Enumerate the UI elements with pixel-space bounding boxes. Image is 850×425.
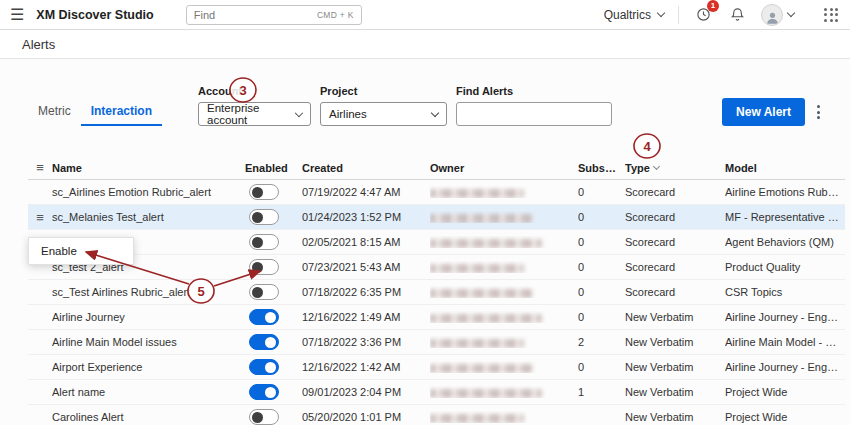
- table-row[interactable]: Airline Main Model issues07/18/2022 3:36…: [28, 330, 845, 355]
- table-menu-icon[interactable]: ≡: [28, 160, 52, 175]
- menu-icon[interactable]: ☰: [10, 7, 24, 23]
- more-options-icon[interactable]: [815, 101, 822, 123]
- account-label: Account: [198, 85, 311, 97]
- alert-name[interactable]: sc_Melanies Test_alert: [52, 211, 245, 223]
- account-select-value: Enterprise account: [207, 102, 296, 126]
- alert-name[interactable]: Airline Main Model issues: [52, 336, 245, 348]
- owner-redacted: [430, 314, 542, 323]
- table-row[interactable]: Carolines Alert05/20/2020 1:01 PMNew Ver…: [28, 405, 845, 425]
- alert-type: New Verbatim: [625, 311, 725, 323]
- table-row[interactable]: 02/05/2021 8:15 AM0ScorecardAgent Behavi…: [28, 230, 845, 255]
- alert-type: Scorecard: [625, 236, 725, 248]
- account-select[interactable]: Enterprise account: [198, 102, 311, 126]
- subscribers-count: 2: [578, 336, 625, 348]
- table-row[interactable]: Alert name09/01/2023 2:04 PM1New Verbati…: [28, 380, 845, 405]
- notification-badge: 1: [707, 0, 719, 12]
- alert-name[interactable]: Airport Experience: [52, 361, 245, 373]
- subscribers-count: 0: [578, 211, 625, 223]
- subscribers-count: 0: [578, 261, 625, 273]
- org-dropdown[interactable]: Qualtrics: [604, 8, 664, 22]
- owner-cell: [430, 386, 578, 398]
- project-select-value: Airlines: [329, 108, 367, 120]
- alert-name[interactable]: Alert name: [52, 386, 245, 398]
- alert-name[interactable]: Airline Journey: [52, 311, 245, 323]
- enabled-toggle[interactable]: [249, 359, 279, 375]
- enabled-cell: [245, 334, 302, 350]
- subscribers-count: 0: [578, 236, 625, 248]
- find-alerts-label: Find Alerts: [456, 85, 612, 97]
- owner-redacted: [430, 264, 524, 273]
- enabled-cell: [245, 359, 302, 375]
- enabled-toggle[interactable]: [249, 334, 279, 350]
- subscribers-count: 0: [578, 311, 625, 323]
- alert-name[interactable]: Carolines Alert: [52, 411, 245, 423]
- owner-redacted: [430, 364, 533, 373]
- model-name: Airline Main Model - ne...: [725, 336, 845, 348]
- enabled-cell: [245, 234, 302, 250]
- enabled-toggle[interactable]: [249, 409, 279, 425]
- table-row[interactable]: sc_test 2_alert07/23/2021 5:43 AM0Scorec…: [28, 255, 845, 280]
- global-search-input[interactable]: [194, 9, 311, 21]
- activity-status-button[interactable]: 1: [693, 5, 713, 25]
- account-filter-group: Account Enterprise account: [198, 85, 311, 126]
- header-type[interactable]: Type: [625, 162, 725, 174]
- created-date: 07/19/2022 4:47 AM: [302, 186, 430, 198]
- enabled-toggle[interactable]: [249, 309, 279, 325]
- header-created[interactable]: Created: [302, 162, 430, 174]
- table-body: sc_Airlines Emotion Rubric_alert07/19/20…: [28, 180, 845, 425]
- header-subscribers[interactable]: Subscrip...: [578, 162, 625, 174]
- model-name: CSR Topics: [725, 286, 845, 298]
- table-row[interactable]: Airline Journey12/16/2022 1:49 AM0New Ve…: [28, 305, 845, 330]
- toggle-knob: [252, 262, 263, 273]
- owner-cell: [430, 311, 578, 323]
- project-select[interactable]: Airlines: [320, 102, 447, 126]
- table-row[interactable]: sc_Test Airlines Rubric_alert07/18/2022 …: [28, 280, 845, 305]
- bell-icon: [730, 7, 745, 22]
- model-name: Project Wide: [725, 386, 845, 398]
- alert-name[interactable]: sc_Airlines Emotion Rubric_alert: [52, 186, 245, 198]
- header-type-label: Type: [625, 162, 650, 174]
- enabled-toggle[interactable]: [249, 184, 279, 200]
- header-name[interactable]: Name: [52, 162, 245, 174]
- row-drag-handle[interactable]: ≡: [28, 210, 52, 225]
- find-alerts-input[interactable]: [456, 102, 612, 126]
- owner-redacted: [430, 389, 542, 398]
- alert-type: New Verbatim: [625, 336, 725, 348]
- subscribers-count: 0: [578, 286, 625, 298]
- alert-type: New Verbatim: [625, 361, 725, 373]
- alert-name[interactable]: sc_Test Airlines Rubric_alert: [52, 286, 245, 298]
- enable-menu-item[interactable]: Enable: [29, 238, 133, 264]
- tab-interaction[interactable]: Interaction: [81, 99, 162, 126]
- enabled-toggle[interactable]: [249, 259, 279, 275]
- model-name: Project Wide: [725, 411, 845, 423]
- header-owner[interactable]: Owner: [430, 162, 578, 174]
- alert-type: New Verbatim: [625, 411, 725, 423]
- owner-cell: [430, 361, 578, 373]
- tab-metric[interactable]: Metric: [28, 99, 81, 126]
- toggle-knob: [252, 212, 263, 223]
- header-enabled[interactable]: Enabled: [245, 162, 302, 174]
- table-row[interactable]: ≡sc_Melanies Test_alert01/24/2023 1:52 P…: [28, 205, 845, 230]
- enabled-toggle[interactable]: [249, 284, 279, 300]
- chevron-down-icon: [431, 108, 439, 116]
- user-menu[interactable]: [761, 4, 794, 26]
- subscribers-count: 1: [578, 386, 625, 398]
- global-search[interactable]: CMD + K: [186, 5, 362, 25]
- owner-redacted: [430, 339, 524, 348]
- toggle-knob: [265, 312, 276, 323]
- enabled-toggle[interactable]: [249, 209, 279, 225]
- alert-type: Scorecard: [625, 261, 725, 273]
- enabled-toggle[interactable]: [249, 234, 279, 250]
- new-alert-button[interactable]: New Alert: [722, 98, 805, 126]
- notifications-button[interactable]: [727, 5, 747, 25]
- owner-cell: [430, 411, 578, 423]
- table-row[interactable]: sc_Airlines Emotion Rubric_alert07/19/20…: [28, 180, 845, 205]
- header-model[interactable]: Model: [725, 162, 845, 174]
- enabled-cell: [245, 384, 302, 400]
- enabled-toggle[interactable]: [249, 384, 279, 400]
- app-switcher-icon[interactable]: [824, 8, 838, 22]
- table-row[interactable]: Airport Experience12/16/2022 1:42 AM0New…: [28, 355, 845, 380]
- toggle-knob: [252, 412, 263, 423]
- owner-cell: [430, 336, 578, 348]
- created-date: 01/24/2023 1:52 PM: [302, 211, 430, 223]
